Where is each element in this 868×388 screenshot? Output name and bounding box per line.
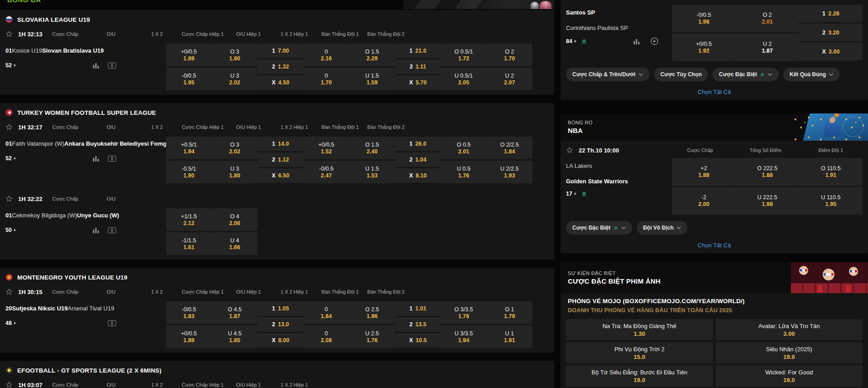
odds-cell[interactable]: O 1.5 2.40: [349, 137, 395, 159]
odds-cell[interactable]: -0/0.5 1.98: [672, 5, 736, 32]
odds-cell[interactable]: +0/0.5 1.89: [166, 44, 212, 66]
odds-cell[interactable]: 0 2.08: [303, 325, 349, 348]
odds-cell[interactable]: X 4.50: [258, 75, 303, 90]
odds-cell[interactable]: O 0.5/1 1.72: [441, 44, 487, 66]
odds-cell[interactable]: 1 7.00: [258, 44, 303, 58]
odds-cell[interactable]: X 5.70: [395, 75, 441, 90]
odds-cell[interactable]: 1 1.05: [258, 301, 303, 316]
odds-cell[interactable]: U 1 1.91: [487, 325, 532, 348]
select-all-link[interactable]: Chọn Tất Cả: [566, 88, 863, 95]
league-header[interactable]: EFOOTBALL - GT SPORTS LEAGUE (2 X 6MINS): [5, 363, 549, 377]
odds-cell[interactable]: 1 14.0: [258, 137, 303, 151]
odds-cell[interactable]: U 4.5 1.85: [212, 325, 258, 348]
odds-cell[interactable]: 1 1.01: [395, 301, 441, 316]
pitch-tracker-icon[interactable]: [108, 63, 116, 69]
team-name[interactable]: Golden State Warriors: [566, 173, 672, 189]
odds-cell[interactable]: X 8.00: [258, 333, 303, 348]
odds-cell[interactable]: O 1.5 2.29: [349, 44, 395, 66]
odds-cell[interactable]: 1 2.28: [799, 5, 863, 22]
odds-cell[interactable]: U 2/2.5 1.93: [487, 161, 532, 183]
odds-cell[interactable]: U 3/3.5 1.94: [441, 325, 487, 348]
odds-cell[interactable]: 2 13.5: [395, 317, 441, 332]
odds-cell[interactable]: 0 2.16: [303, 44, 349, 66]
odds-cell[interactable]: U 110.5 1.95: [799, 187, 863, 215]
odds-cell[interactable]: +0/0.5 1.89: [166, 325, 212, 348]
market-count[interactable]: 50: [5, 227, 16, 233]
odds-cell[interactable]: U 2 2.07: [487, 68, 532, 90]
odds-cell[interactable]: -1/1.5 1.61: [166, 232, 212, 255]
odds-cell[interactable]: +0/0.5 1.52: [303, 137, 349, 159]
league-header[interactable]: MONTENEGRO YOUTH LEAGUE U19: [5, 270, 549, 284]
team-name[interactable]: Sutjeska Niksic U19: [12, 301, 68, 315]
team-name[interactable]: LA Lakers: [566, 158, 672, 173]
odds-cell[interactable]: 2 1.11: [395, 59, 441, 74]
odds-cell[interactable]: U 0.5 1.76: [441, 161, 487, 183]
odds-cell[interactable]: 1 26.0: [395, 137, 441, 151]
favorite-star-icon[interactable]: [5, 30, 13, 38]
odds-cell[interactable]: U 3 1.80: [212, 161, 258, 183]
favorite-star-icon[interactable]: [5, 195, 13, 202]
movie-odds-cell[interactable]: Phi Vụ Động Trời 2 15.0: [566, 342, 713, 363]
movie-odds-cell[interactable]: Na Tra: Ma Đồng Giáng Thế 1.30: [566, 319, 713, 340]
pitch-tracker-icon[interactable]: [108, 227, 116, 233]
market-filter-pill[interactable]: Kết Quả Đúng: [783, 68, 840, 81]
odds-cell[interactable]: O 3 1.80: [212, 44, 258, 66]
market-filter-pill[interactable]: Đội Vô Địch: [637, 221, 688, 235]
odds-cell[interactable]: 2 1.12: [258, 152, 303, 167]
team-name[interactable]: Fatih Vatanspor (W): [12, 137, 64, 151]
odds-cell[interactable]: U 1.5 1.53: [349, 161, 395, 183]
odds-cell[interactable]: X 10.5: [395, 333, 441, 348]
odds-cell[interactable]: U 3 2.02: [212, 68, 258, 90]
odds-cell[interactable]: U 4 1.66: [212, 232, 258, 255]
select-all-link[interactable]: Chọn Tất Cả: [566, 242, 863, 249]
odds-cell[interactable]: O 2 2.01: [736, 5, 799, 32]
odds-cell[interactable]: -0/0.5 1.95: [166, 68, 212, 90]
stats-icon[interactable]: [93, 227, 100, 233]
odds-cell[interactable]: +2 1.88: [672, 158, 736, 186]
odds-cell[interactable]: -0.5/1 1.90: [166, 161, 212, 183]
odds-cell[interactable]: U 2 1.87: [736, 34, 799, 61]
odds-cell[interactable]: O 2 1.70: [487, 44, 532, 66]
favorite-star-icon[interactable]: [5, 288, 13, 295]
odds-cell[interactable]: U 2.5 1.76: [349, 325, 395, 348]
stats-icon[interactable]: [93, 62, 100, 69]
odds-cell[interactable]: 1 21.0: [395, 44, 441, 58]
odds-cell[interactable]: O 2/2.5 1.84: [487, 137, 532, 159]
odds-cell[interactable]: +0.5/1 1.94: [166, 137, 212, 159]
favorite-star-icon[interactable]: [5, 381, 13, 388]
odds-cell[interactable]: X 6.50: [258, 168, 303, 183]
odds-cell[interactable]: O 3 2.02: [212, 137, 258, 159]
odds-cell[interactable]: 0 1.70: [303, 68, 349, 90]
stats-icon[interactable]: [633, 38, 640, 44]
odds-cell[interactable]: 2 13.0: [258, 317, 303, 332]
odds-cell[interactable]: O 110.5 1.91: [799, 158, 863, 186]
team-name[interactable]: Santos SP: [566, 5, 672, 20]
odds-cell[interactable]: U 0.5/1 2.05: [441, 68, 487, 90]
market-count[interactable]: 84: [566, 38, 576, 44]
favorite-star-icon[interactable]: [566, 147, 573, 154]
movie-odds-cell[interactable]: Wicked: For Good 19.0: [716, 365, 863, 387]
movie-odds-cell[interactable]: Bộ Tứ Siêu Đẳng: Bước Đi Đầu Tiên 19.0: [566, 365, 713, 387]
odds-cell[interactable]: O 4.5 1.87: [212, 301, 258, 324]
team-name[interactable]: Cekmekoy Bilgidoga (W): [12, 208, 77, 222]
odds-cell[interactable]: 2 3.20: [799, 24, 863, 41]
league-header[interactable]: SLOVAKIA LEAGUE U19: [5, 13, 549, 26]
odds-cell[interactable]: O 3/3.5 1.76: [441, 301, 487, 324]
movie-odds-cell[interactable]: Avatar: Lửa Và Tro Tàn 3.00: [716, 319, 863, 340]
odds-cell[interactable]: O 4 2.06: [212, 208, 258, 231]
odds-cell[interactable]: -0/0.5 1.83: [166, 301, 212, 324]
movie-odds-cell[interactable]: Siêu Nhân (2025) 19.0: [716, 342, 863, 363]
pitch-tracker-icon[interactable]: [108, 320, 116, 326]
market-filter-pill[interactable]: Cược Tùy Chọn: [654, 68, 708, 81]
team-name[interactable]: Corinthians Paulista SP: [566, 20, 672, 35]
team-name[interactable]: Kosice U19: [12, 44, 42, 58]
market-filter-pill[interactable]: Cược Đặc Biệt: [712, 68, 779, 81]
team-name[interactable]: Arsenal Tivat U19: [68, 301, 114, 315]
odds-cell[interactable]: 2 1.04: [395, 152, 441, 167]
odds-cell[interactable]: O 1 1.79: [487, 301, 532, 324]
odds-cell[interactable]: O 222.5 1.88: [736, 158, 799, 186]
odds-cell[interactable]: O 2.5 1.96: [349, 301, 395, 324]
market-filter-pill[interactable]: Cược Chấp & Trên/Dưới: [566, 68, 649, 81]
market-count[interactable]: 52: [5, 155, 16, 162]
odds-cell[interactable]: +1/1.5 2.12: [166, 208, 212, 231]
